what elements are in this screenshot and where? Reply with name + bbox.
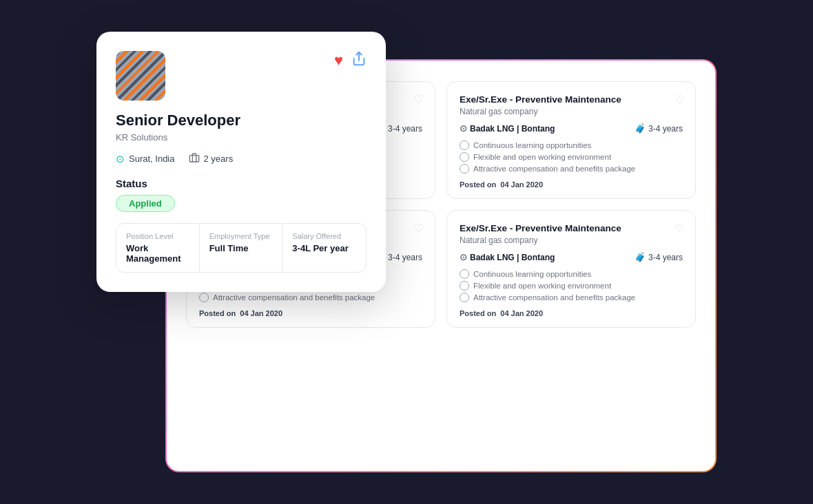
favorite-filled-button[interactable]: ♥: [334, 52, 343, 70]
share-button[interactable]: [351, 51, 367, 70]
location-icon: ⊙: [460, 123, 467, 134]
salary-cell: Salary Offered 3-4L Per year: [282, 224, 366, 272]
employment-type-cell: Employment Type Full Time: [200, 224, 283, 272]
detail-experience: 2 years: [189, 152, 234, 165]
job-card-3-footer: Posted on 04 Jan 2020: [199, 309, 422, 317]
job-card-4-company: Natural gas company: [460, 235, 683, 245]
feature-item: Attractive compensation and benefits pac…: [199, 293, 422, 302]
detail-info-grid: Position Level Work Management Employmen…: [116, 223, 367, 273]
favorite-button-4[interactable]: ♡: [675, 222, 684, 235]
status-section: Status Applied: [116, 178, 367, 212]
favorite-button-3[interactable]: ♡: [414, 222, 424, 235]
salary-label: Salary Offered: [292, 232, 356, 240]
favorite-button-1[interactable]: ♡: [414, 93, 424, 106]
scene: Exe/Sr.Exe - Preventive Maintenance Natu…: [96, 32, 717, 472]
job-card-4-exp: 🧳 3-4 years: [635, 252, 683, 262]
job-card-2-company: Natural gas company: [460, 107, 683, 116]
position-level-label: Position Level: [126, 232, 189, 240]
detail-company-name: KR Solutions: [116, 132, 367, 143]
status-label: Status: [116, 178, 367, 189]
detail-actions: ♥: [334, 51, 367, 70]
employment-type-label: Employment Type: [209, 232, 273, 240]
job-card-4-footer: Posted on 04 Jan 2020: [460, 309, 683, 317]
feature-icon: [460, 152, 469, 162]
job-card-2-title: Exe/Sr.Exe - Preventive Maintenance: [460, 94, 683, 105]
feature-item: Flexible and open working environment: [460, 152, 683, 162]
location-pin-icon: ⊙: [116, 153, 125, 165]
company-logo: [116, 51, 165, 101]
job-card-2-features: Continuous learning opportunities Flexib…: [460, 140, 683, 174]
feature-icon: [460, 293, 469, 302]
detail-job-title: Senior Developer: [116, 112, 367, 129]
feature-icon: [460, 140, 469, 150]
job-card-4-location: ⊙ Badak LNG | Bontang: [460, 252, 555, 262]
salary-value: 3-4L Per year: [292, 243, 356, 253]
job-card-2-meta: ⊙ Badak LNG | Bontang 🧳 3-4 years: [460, 123, 683, 134]
detail-meta: ⊙ Surat, India 2 years: [116, 152, 367, 165]
feature-icon: [460, 281, 469, 291]
job-card-2: Exe/Sr.Exe - Preventive Maintenance Natu…: [446, 81, 696, 199]
job-card-2-footer: Posted on 04 Jan 2020: [460, 180, 683, 189]
job-card-4-title: Exe/Sr.Exe - Preventive Maintenance: [460, 223, 683, 233]
feature-icon: [460, 269, 469, 279]
feature-icon: [199, 293, 209, 302]
logo-pattern: [116, 51, 165, 101]
job-card-2-location: ⊙ Badak LNG | Bontang: [460, 123, 555, 134]
briefcase-detail-icon: [189, 152, 200, 165]
employment-type-value: Full Time: [209, 243, 273, 253]
job-detail-card: ♥ Senior Developer KR Solutions ⊙ Surat,…: [96, 32, 386, 292]
feature-item: Continuous learning opportunities: [460, 269, 683, 279]
job-card-2-exp: 🧳 3-4 years: [635, 123, 683, 134]
position-level-cell: Position Level Work Management: [116, 224, 200, 272]
job-card-4-meta: ⊙ Badak LNG | Bontang 🧳 3-4 years: [460, 252, 683, 262]
feature-item: Continuous learning opportunities: [460, 140, 683, 150]
feature-item: Attractive compensation and benefits pac…: [460, 164, 683, 174]
feature-icon: [460, 164, 469, 174]
job-card-4-features: Continuous learning opportunities Flexib…: [460, 269, 683, 302]
status-badge: Applied: [116, 195, 175, 212]
detail-card-header: ♥: [116, 51, 367, 101]
svg-rect-1: [189, 156, 198, 162]
briefcase-icon: 🧳: [635, 123, 646, 134]
favorite-button-2[interactable]: ♡: [675, 93, 684, 106]
feature-item: Attractive compensation and benefits pac…: [460, 293, 683, 302]
feature-item: Flexible and open working environment: [460, 281, 683, 291]
position-level-value: Work Management: [126, 243, 189, 264]
job-card-4: Exe/Sr.Exe - Preventive Maintenance Natu…: [446, 210, 696, 328]
briefcase-icon: 🧳: [635, 252, 646, 262]
detail-location: ⊙ Surat, India: [116, 153, 175, 165]
location-icon: ⊙: [460, 252, 467, 262]
